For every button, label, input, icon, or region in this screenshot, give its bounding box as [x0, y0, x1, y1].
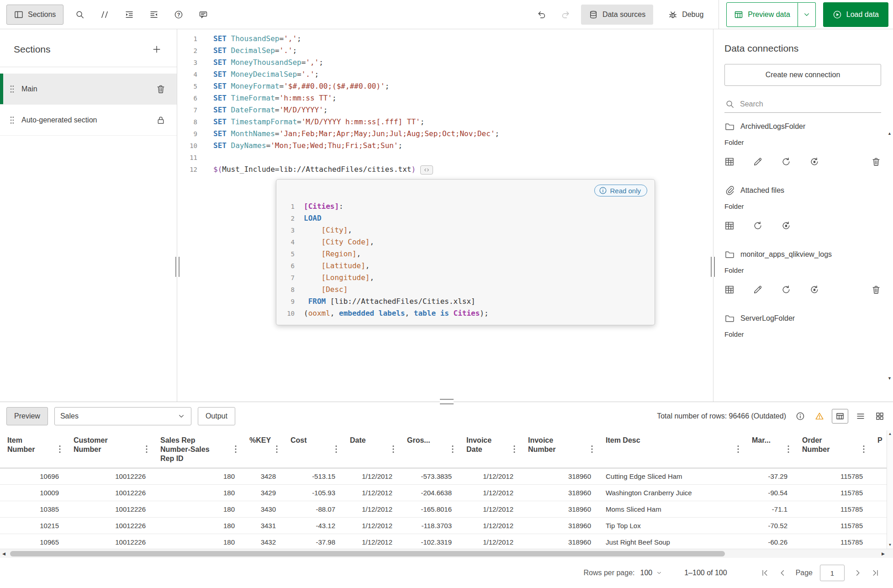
code-text[interactable] — [197, 152, 213, 164]
edit-icon[interactable] — [753, 285, 763, 295]
column-header[interactable]: Gros... — [400, 430, 459, 468]
col-menu-icon[interactable] — [787, 444, 790, 454]
section-item[interactable]: Auto-generated section — [0, 105, 177, 136]
col-menu-icon[interactable] — [513, 444, 516, 454]
column-header[interactable]: Order Number — [795, 430, 870, 468]
table-selector[interactable]: Sales — [54, 407, 191, 425]
code-text[interactable]: SET ThousandSep=','; — [197, 33, 301, 45]
sync-icon[interactable] — [781, 285, 791, 295]
horizontal-scrollbar-thumb[interactable] — [10, 551, 725, 556]
load-data-button[interactable]: Load data — [823, 2, 888, 27]
page-number-input[interactable] — [820, 565, 845, 581]
select-data-icon[interactable] — [724, 157, 734, 167]
connection-head[interactable]: ArchivedLogsFolder — [724, 121, 881, 132]
indent-button[interactable] — [121, 6, 137, 23]
column-header[interactable]: Item Desc — [598, 430, 745, 468]
col-menu-icon[interactable] — [736, 444, 740, 454]
table-horizontal-scrollbar[interactable]: ◀ ▶ — [0, 549, 893, 558]
col-menu-icon[interactable] — [234, 444, 238, 454]
code-text[interactable]: [City Code], — [295, 236, 374, 248]
script-editor[interactable]: 1SET ThousandSep=',';2SET DecimalSep='.'… — [177, 29, 713, 402]
code-text[interactable]: [Longitude], — [295, 272, 374, 284]
code-text[interactable]: SET DateFormat='M/D/YYYY'; — [197, 104, 328, 116]
column-header[interactable]: %KEY — [242, 430, 283, 468]
column-header[interactable]: Cost — [283, 430, 343, 468]
code-text[interactable]: [Latitude], — [295, 260, 370, 272]
column-header[interactable]: Sales Rep Number-Sales Rep ID — [153, 430, 242, 468]
panel-resize-handle[interactable] — [440, 399, 454, 404]
data-sources-button[interactable]: Data sources — [581, 5, 653, 25]
code-text[interactable]: SET DayNames='Mon;Tue;Wed;Thu;Fri;Sat;Su… — [197, 140, 402, 152]
redo-button[interactable] — [557, 6, 574, 23]
reload-script-icon[interactable] — [781, 221, 791, 231]
scroll-down-button[interactable]: ▼ — [888, 376, 892, 381]
collapse-right-panel-handle[interactable] — [711, 257, 715, 277]
trash-icon[interactable] — [871, 285, 881, 295]
code-text[interactable]: [Desc] — [295, 284, 348, 296]
reload-script-icon[interactable] — [809, 285, 819, 295]
col-menu-icon[interactable] — [145, 444, 148, 454]
select-data-icon[interactable] — [724, 221, 734, 231]
code-text[interactable]: SET MoneyDecimalSep='.'; — [197, 69, 319, 80]
preview-data-dropdown-button[interactable] — [798, 2, 816, 27]
preview-data-button[interactable]: Preview data — [726, 2, 798, 27]
column-header[interactable]: Invoice Date — [459, 430, 521, 468]
help-button[interactable]: ? — [170, 6, 187, 23]
drag-handle-icon[interactable] — [9, 84, 15, 94]
preview-button[interactable]: Preview — [6, 407, 48, 425]
add-section-button[interactable] — [148, 41, 165, 58]
code-text[interactable]: LOAD — [295, 212, 322, 224]
debug-button[interactable]: Debug — [661, 5, 711, 25]
output-button[interactable]: Output — [198, 407, 235, 425]
expand-include-button[interactable] — [420, 165, 433, 175]
edit-icon[interactable] — [753, 157, 763, 167]
warning-button[interactable] — [813, 409, 826, 423]
table-view-button[interactable] — [832, 409, 848, 424]
collapse-left-panel-handle[interactable] — [175, 257, 180, 277]
code-text[interactable]: SET DecimalSep='.'; — [197, 45, 297, 57]
trash-icon[interactable] — [156, 84, 166, 94]
column-header[interactable]: Mar... — [745, 430, 795, 468]
col-menu-icon[interactable] — [590, 444, 594, 454]
scroll-up-button[interactable]: ▲ — [888, 132, 892, 136]
create-new-connection-button[interactable]: Create new connection — [724, 64, 881, 86]
comment-code-button[interactable] — [96, 6, 113, 23]
code-text[interactable]: [Cities]: — [295, 201, 343, 212]
code-text[interactable]: FROM [lib://AttachedFiles/Cities.xlsx] — [295, 296, 476, 307]
code-text[interactable]: SET MoneyThousandSep=','; — [197, 57, 323, 69]
column-header[interactable]: Customer Number — [66, 430, 153, 468]
first-page-button[interactable] — [758, 566, 772, 580]
info-button[interactable] — [793, 409, 807, 423]
previous-page-button[interactable] — [776, 566, 789, 580]
select-data-icon[interactable] — [724, 285, 734, 295]
column-header[interactable]: Date — [343, 430, 400, 468]
drag-handle-icon[interactable] — [9, 115, 15, 125]
grid-view-button[interactable] — [873, 409, 887, 423]
code-text[interactable]: [City], — [295, 224, 352, 236]
sync-icon[interactable] — [753, 221, 763, 231]
code-text[interactable]: SET TimestampFormat='M/D/YYYY h:mm:ss[.f… — [197, 116, 424, 128]
code-text[interactable]: SET MonthNames='Jan;Feb;Mar;Apr;May;Jun;… — [197, 128, 499, 140]
col-menu-icon[interactable] — [275, 444, 279, 454]
code-text[interactable]: $(Must_Include=lib://AttachedFiles/citie… — [197, 164, 433, 175]
code-text[interactable]: SET MoneyFormat='$#,##0.00;($#,##0.00)'; — [197, 80, 389, 92]
code-text[interactable]: (ooxml, embedded labels, table is Cities… — [295, 307, 489, 319]
col-menu-icon[interactable] — [391, 444, 395, 454]
annotations-button[interactable] — [195, 6, 211, 23]
connection-search-input[interactable] — [740, 100, 880, 108]
list-view-button[interactable] — [854, 409, 867, 423]
code-text[interactable]: [Region], — [295, 248, 361, 260]
sync-icon[interactable] — [781, 157, 791, 167]
rows-per-page-select[interactable]: 100 — [640, 569, 663, 577]
undo-button[interactable] — [534, 6, 550, 23]
connection-head[interactable]: monitor_apps_qlikview_logs — [724, 249, 881, 260]
sections-toggle-button[interactable]: Sections — [6, 5, 63, 25]
outdent-button[interactable] — [146, 6, 162, 23]
code-text[interactable]: SET TimeFormat='h:mm:ss TT'; — [197, 92, 337, 104]
next-page-button[interactable] — [851, 566, 865, 580]
column-header[interactable]: Item Number — [0, 430, 66, 468]
col-menu-icon[interactable] — [334, 444, 338, 454]
table-vertical-scrollbar[interactable]: ▲ ▼ — [887, 430, 893, 549]
col-menu-icon[interactable] — [451, 444, 454, 454]
connection-head[interactable]: ServerLogFolder — [724, 313, 881, 324]
